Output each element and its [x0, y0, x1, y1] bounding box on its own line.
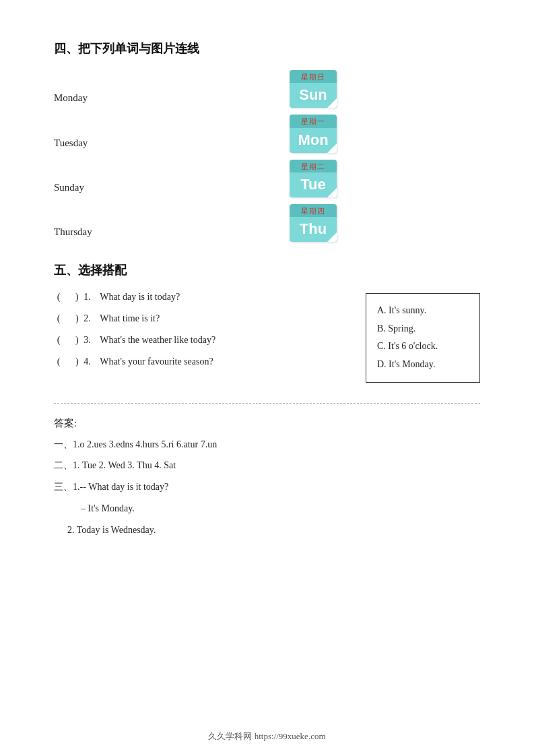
match-item-2: Tuesday 星期一 Mon: [54, 115, 480, 152]
answer-section: 答案: 一、1.o 2.ues 3.edns 4.hurs 5.ri 6.atu…: [54, 403, 480, 538]
q2-text: What time is it?: [100, 313, 160, 324]
footer-text: 久久学科网 https://99xueke.com: [208, 731, 325, 741]
section4: 四、把下列单词与图片连线 Monday 星期日 Sun Tuesday 星期一 …: [54, 40, 480, 242]
answer-d: D. It's Monday.: [377, 356, 469, 374]
footer: 久久学科网 https://99xueke.com: [0, 730, 534, 743]
card-top-tue: 星期二: [290, 160, 337, 172]
word-monday: Monday: [54, 92, 88, 104]
q4-text: What's your favourite season?: [100, 356, 213, 367]
section5-title: 五、选择搭配: [54, 262, 480, 278]
answer-row-5: 2. Today is Wednesday.: [67, 522, 480, 538]
word-thursday: Thursday: [54, 226, 92, 238]
card-tue: 星期二 Tue: [175, 160, 337, 197]
q1-text: What day is it today?: [100, 292, 180, 303]
q1-blank: [65, 292, 74, 303]
answers-box: A. It's sunny. B. Spring. C. It's 6 o'cl…: [366, 293, 480, 382]
answer-row-3: 三、1.-- What day is it today?: [54, 479, 480, 495]
q3-num: 3.: [84, 335, 98, 346]
match-item-4: Thursday 星期四 Thu: [54, 204, 480, 242]
q2-num: 2.: [84, 313, 98, 324]
q3-paren: (: [54, 335, 63, 346]
card-top-thu: 星期四: [290, 204, 337, 217]
word-tuesday: Tuesday: [54, 137, 88, 149]
q3-text: What's the weather like today?: [100, 335, 215, 346]
answer-row-1: 一、1.o 2.ues 3.edns 4.hurs 5.ri 6.atur 7.…: [54, 437, 480, 453]
q1-paren: (: [54, 292, 63, 303]
q2-paren-close: ): [75, 313, 79, 324]
question-4: ( ) 4. What's your favourite season?: [54, 356, 345, 367]
card-top-sun: 星期日: [290, 70, 337, 83]
card-day-mon: Mon: [290, 128, 337, 153]
q4-paren: (: [54, 356, 63, 367]
q4-num: 4.: [84, 356, 98, 367]
q1-num: 1.: [84, 292, 98, 303]
q4-blank: [65, 356, 74, 367]
answer-row-4: – It's Monday.: [81, 501, 480, 517]
card-day-sun: Sun: [290, 83, 337, 108]
answer-c: C. It's 6 o'clock.: [377, 338, 469, 356]
answer-b: B. Spring.: [377, 320, 469, 338]
card-top-mon: 星期一: [290, 115, 337, 127]
question-3: ( ) 3. What's the weather like today?: [54, 335, 345, 346]
card-mon: 星期一 Mon: [175, 115, 337, 152]
q2-paren: (: [54, 313, 63, 324]
answer-title: 答案:: [54, 417, 480, 430]
section4-title: 四、把下列单词与图片连线: [54, 40, 480, 57]
q4-paren-close: ): [75, 356, 79, 367]
q2-blank: [65, 313, 74, 324]
card-day-thu: Thu: [290, 217, 337, 242]
q1-paren-close: ): [75, 292, 79, 303]
card-thu: 星期四 Thu: [175, 204, 337, 242]
questions-column: ( ) 1. What day is it today? ( ) 2. What…: [54, 292, 345, 382]
word-sunday: Sunday: [54, 182, 84, 193]
section5: 五、选择搭配 ( ) 1. What day is it today? ( ): [54, 262, 480, 382]
q3-paren-close: ): [75, 335, 79, 346]
question-2: ( ) 2. What time is it?: [54, 313, 345, 324]
answer-a: A. It's sunny.: [377, 302, 469, 320]
match-item-1: Monday 星期日 Sun: [54, 70, 480, 108]
match-item-3: Sunday 星期二 Tue: [54, 160, 480, 197]
question-1: ( ) 1. What day is it today?: [54, 292, 345, 303]
answer-row-2: 二、1. Tue 2. Wed 3. Thu 4. Sat: [54, 458, 480, 474]
card-sun: 星期日 Sun: [175, 70, 337, 108]
card-day-tue: Tue: [290, 172, 337, 197]
section5-body: ( ) 1. What day is it today? ( ) 2. What…: [54, 292, 480, 382]
q3-blank: [65, 335, 74, 346]
